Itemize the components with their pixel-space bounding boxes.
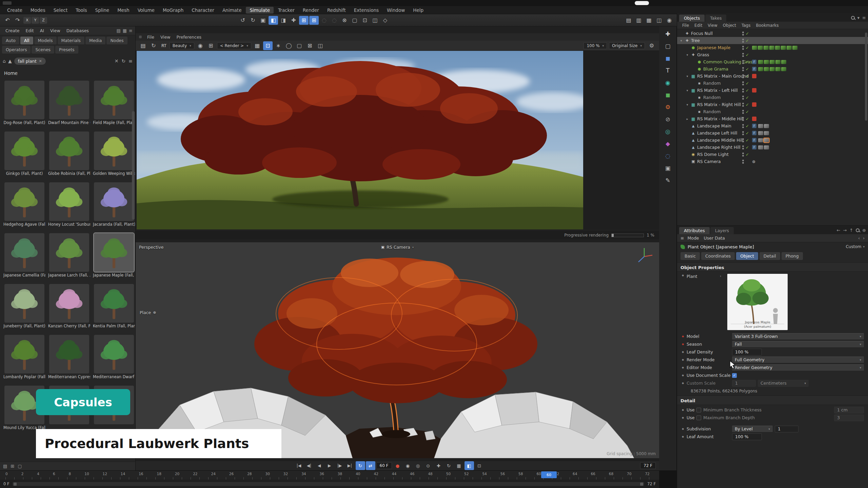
visibility-dots[interactable]	[742, 138, 744, 142]
object-tree-row[interactable]: RS Matrix - Left Hill ✓ F ⊕	[677, 87, 868, 94]
modeling-axis-icon[interactable]: ▣	[258, 16, 268, 25]
object-icon[interactable]	[697, 66, 702, 72]
expand-arrow-icon[interactable]	[685, 53, 689, 57]
object-label[interactable]: RS Camera	[697, 159, 721, 164]
mograph-icon[interactable]: ◆	[662, 139, 674, 148]
field-badge-icon[interactable]: F	[752, 138, 756, 142]
subdivision-mode-dropdown[interactable]: By Level▾	[732, 426, 773, 432]
search-icon[interactable]	[856, 228, 860, 232]
param-diamond-icon[interactable]: ◆	[681, 416, 685, 419]
save-image-icon[interactable]: ▤	[138, 41, 148, 50]
range-end-field[interactable]: 72 F	[647, 482, 656, 486]
property-tab[interactable]: Phong	[782, 252, 803, 260]
zoom-dropdown[interactable]: 100 % ▾	[584, 42, 607, 49]
playhead[interactable]: 60	[541, 471, 557, 478]
snap-move-icon[interactable]: ✚	[289, 16, 298, 25]
object-tree-row[interactable]: Landscape Main ✓ F ⊕	[677, 122, 868, 129]
object-icon[interactable]	[691, 123, 696, 128]
up-arrow-icon[interactable]: ↑	[849, 228, 853, 233]
field-badge-icon[interactable]: F	[752, 67, 756, 71]
visibility-dots[interactable]	[742, 74, 744, 78]
asset-filter-tab[interactable]: Operators	[2, 46, 31, 54]
object-icon[interactable]	[685, 31, 690, 36]
panel-menu-icon[interactable]: ≡	[129, 28, 133, 33]
place-tool-hud[interactable]: Place ⊕	[140, 310, 156, 315]
current-frame-field[interactable]: 60 F	[376, 462, 392, 469]
object-icon[interactable]	[691, 145, 696, 150]
object-tree-row[interactable]: Blue Grama ✓ F ⊕	[677, 65, 868, 73]
menu-item[interactable]: Modes	[27, 7, 49, 14]
object-tree-row[interactable]: Random ✓ F ⊕	[677, 80, 868, 87]
visibility-dots[interactable]	[742, 60, 744, 64]
axis-lock-button[interactable]: Z	[40, 17, 47, 24]
property-tab[interactable]: Coordinates	[701, 252, 735, 260]
asset-thumbnail[interactable]	[94, 335, 134, 373]
param-diamond-icon[interactable]: ◆	[681, 335, 685, 338]
object-label[interactable]: Grass	[697, 52, 709, 57]
render-mode-dropdown[interactable]: Full Geometry▾	[732, 357, 864, 363]
generator-gear-icon[interactable]: ⚙	[662, 102, 674, 112]
model-dropdown[interactable]: Variant 3 Full-Grown▾	[732, 333, 864, 340]
object-tree-row[interactable]: RS Camera ✓ F ⊕	[677, 158, 868, 165]
asset-thumbnail[interactable]	[4, 233, 44, 272]
texture-chips[interactable]	[758, 138, 769, 142]
object-manager-tab[interactable]: Takes	[705, 15, 726, 22]
object-label[interactable]: Random	[703, 81, 721, 86]
keyframe-icon[interactable]: ◉	[403, 461, 413, 470]
asset-item[interactable]: Lombardy Poplar (Fall...	[3, 335, 45, 382]
loop-icon[interactable]: ↻	[356, 461, 365, 470]
range-track[interactable]	[12, 482, 645, 486]
field-icon[interactable]: ◌	[662, 151, 674, 161]
view-list-icon[interactable]: ▦	[123, 28, 127, 33]
object-tree-row[interactable]: Grass ✓ F ⊕	[677, 51, 868, 58]
texture-chips[interactable]	[758, 145, 769, 149]
attribute-tab[interactable]: Layers	[710, 227, 734, 234]
visibility-dots[interactable]	[742, 152, 744, 157]
goto-start-icon[interactable]: |◀	[294, 461, 304, 470]
object-tree-row[interactable]: Random ✓ F ⊕	[677, 94, 868, 101]
render-view-menu-item[interactable]: File	[144, 34, 157, 40]
move-tool-icon[interactable]: ✚	[662, 29, 674, 39]
enabled-check-icon[interactable]: ✓	[746, 145, 750, 150]
object-menu-item[interactable]: Tags	[739, 23, 753, 28]
search-icon[interactable]	[851, 16, 855, 20]
asset-filter-tab[interactable]: All	[20, 37, 33, 44]
next-frame-icon[interactable]: |▶	[335, 461, 344, 470]
visibility-dots[interactable]	[742, 32, 744, 36]
object-icon[interactable]	[691, 138, 696, 143]
field-badge-icon[interactable]: F	[752, 60, 756, 64]
object-menu-item[interactable]: Edit	[692, 23, 705, 28]
visibility-dots[interactable]	[742, 96, 744, 100]
leaf-amount-field[interactable]: 100 %	[732, 433, 762, 440]
visibility-dots[interactable]	[742, 53, 744, 57]
menu-item[interactable]: Select	[50, 7, 72, 14]
asset-item[interactable]: Kanzan Cherry (Fall, Pl...	[48, 284, 90, 331]
enabled-check-icon[interactable]: ✓	[746, 60, 750, 64]
expand-arrow-icon[interactable]	[685, 75, 689, 78]
reload-icon[interactable]: ↻	[122, 58, 126, 64]
enabled-check-icon[interactable]: ✓	[746, 81, 750, 86]
asset-thumbnail[interactable]	[49, 233, 89, 272]
layout-2-icon[interactable]: ▥	[634, 16, 644, 25]
knife-icon[interactable]: ⊗	[340, 16, 349, 25]
enabled-check-icon[interactable]: ✓	[746, 138, 750, 143]
object-icon[interactable]	[691, 152, 696, 157]
object-tree-row[interactable]: Focus Null ✓ F ⊕	[677, 30, 868, 37]
beauty-dropdown[interactable]: Beauty ▾	[170, 42, 194, 49]
layout-pill[interactable]	[635, 1, 649, 5]
asset-item[interactable]: Hedgehog Agave (Fall...	[3, 182, 45, 230]
scale-key-icon[interactable]: ▦	[454, 461, 464, 470]
asset-thumbnail[interactable]	[94, 182, 134, 221]
enabled-check-icon[interactable]: ✓	[746, 31, 750, 36]
param-diamond-icon[interactable]: ◆	[681, 274, 685, 277]
axis-gizmo[interactable]	[635, 245, 654, 264]
asset-item[interactable]: Dog-Rose (Fall, Plant)	[3, 81, 45, 128]
mode-menu-item[interactable]: User Data	[704, 236, 725, 241]
object-label[interactable]: Random	[703, 95, 721, 100]
max-branch-checkbox[interactable]	[696, 415, 701, 420]
asset-thumbnail[interactable]	[94, 81, 134, 119]
object-icon[interactable]	[691, 52, 696, 57]
asset-menu-item[interactable]: Databases	[64, 27, 92, 34]
grid-small-icon[interactable]: ⊞	[11, 464, 14, 469]
asset-item[interactable]: Japanese Maple (Fall, ...	[93, 233, 135, 281]
